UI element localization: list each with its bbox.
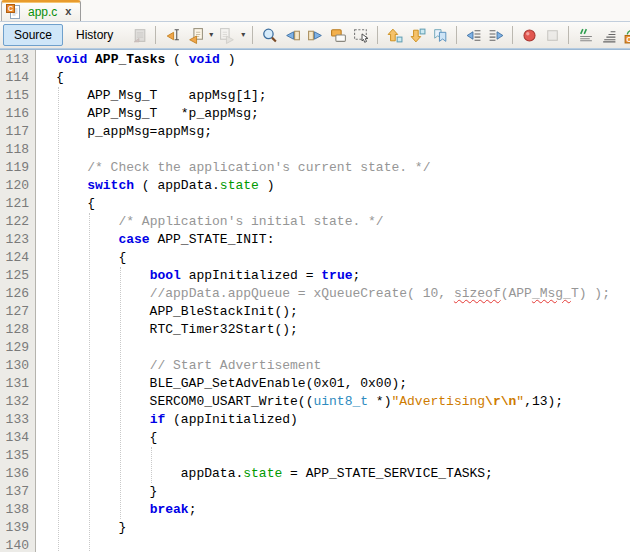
back-dropdown-caret[interactable]: ▾ — [207, 24, 215, 46]
code-line: APP_Msg_T appMsg[1]; — [36, 87, 630, 105]
line-number: 134 — [0, 429, 35, 447]
line-number: 125 — [0, 267, 35, 285]
shift-line-left-button[interactable] — [462, 24, 484, 46]
line-number: 138 — [0, 501, 35, 519]
line-number: 123 — [0, 231, 35, 249]
code-line: if (appInitialized) — [36, 411, 630, 429]
last-edit-location-icon — [131, 27, 148, 44]
line-number: 116 — [0, 105, 35, 123]
code-line — [36, 447, 630, 465]
code-line: { — [36, 429, 630, 447]
code-line: case APP_STATE_INIT: — [36, 231, 630, 249]
code-lines: void APP_Tasks ( void ){ APP_Msg_T appMs… — [36, 51, 630, 552]
toggle-header-source-button[interactable]: C h — [620, 24, 630, 46]
find-previous-icon — [284, 27, 301, 44]
line-number: 139 — [0, 519, 35, 537]
forward-icon — [219, 27, 236, 44]
record-macro-icon — [521, 27, 538, 44]
code-line: //appData.appQueue = xQueueCreate( 10, s… — [36, 285, 630, 303]
line-number: 120 — [0, 177, 35, 195]
code-line: } — [36, 519, 630, 537]
history-button-label: History — [76, 28, 113, 42]
line-number: 132 — [0, 393, 35, 411]
start-macro-recording-button[interactable] — [518, 24, 540, 46]
line-number: 135 — [0, 447, 35, 465]
code-area[interactable]: void APP_Tasks ( void ){ APP_Msg_T appMs… — [36, 50, 630, 552]
code-line: // Start Advertisement — [36, 357, 630, 375]
comment-button[interactable] — [574, 24, 596, 46]
find-next-occurrence-button[interactable] — [304, 24, 326, 46]
line-number: 128 — [0, 321, 35, 339]
line-number: 140 — [0, 537, 35, 552]
tab-bar: C app.c x — [0, 0, 630, 22]
uncomment-button[interactable] — [597, 24, 619, 46]
history-view-button[interactable]: History — [68, 25, 121, 45]
line-number: 136 — [0, 465, 35, 483]
back-to-last-edit-icon — [164, 27, 181, 44]
code-line: break; — [36, 501, 630, 519]
back-button[interactable] — [184, 24, 206, 46]
editor-toolbar: Source History ▾ — [0, 22, 630, 48]
code-line: p_appMsg=appMsg; — [36, 123, 630, 141]
shift-line-right-button[interactable] — [485, 24, 507, 46]
line-number: 122 — [0, 213, 35, 231]
toolbar-separator — [377, 26, 378, 44]
line-number: 127 — [0, 303, 35, 321]
line-number: 137 — [0, 483, 35, 501]
code-line: { — [36, 69, 630, 87]
find-selection-icon — [261, 27, 278, 44]
code-line: appData.state = APP_STATE_SERVICE_TASKS; — [36, 465, 630, 483]
code-line — [36, 141, 630, 159]
code-line — [36, 537, 630, 552]
tab-app-c[interactable]: C app.c x — [1, 0, 81, 21]
toolbar-separator — [456, 26, 457, 44]
svg-text:C: C — [8, 5, 13, 12]
source-view-button[interactable]: Source — [3, 24, 63, 46]
svg-text:C: C — [626, 35, 630, 42]
line-number: 113 — [0, 51, 35, 69]
line-number: 114 — [0, 69, 35, 87]
stop-macro-recording-button — [541, 24, 563, 46]
line-number: 133 — [0, 411, 35, 429]
code-line: void APP_Tasks ( void ) — [36, 51, 630, 69]
code-line: /* Check the application's current state… — [36, 159, 630, 177]
toggle-highlight-search-button[interactable] — [327, 24, 349, 46]
line-number: 115 — [0, 87, 35, 105]
line-number: 119 — [0, 159, 35, 177]
code-line — [36, 339, 630, 357]
code-line: bool appInitialized = true; — [36, 267, 630, 285]
find-previous-occurrence-button[interactable] — [281, 24, 303, 46]
line-number: 121 — [0, 195, 35, 213]
line-number: 130 — [0, 357, 35, 375]
source-editor: 1131141151161171181191201211221231241251… — [0, 50, 630, 552]
shift-left-icon — [465, 27, 482, 44]
forward-button — [216, 24, 238, 46]
line-number-gutter[interactable]: 1131141151161171181191201211221231241251… — [0, 50, 36, 552]
next-bookmark-button[interactable] — [406, 24, 428, 46]
code-line: } — [36, 483, 630, 501]
find-selection-button[interactable] — [258, 24, 280, 46]
uncomment-icon — [600, 27, 617, 44]
toggle-bookmark-button[interactable] — [429, 24, 451, 46]
stop-macro-icon — [544, 27, 561, 44]
previous-bookmark-button[interactable] — [383, 24, 405, 46]
code-line: switch ( appData.state ) — [36, 177, 630, 195]
c-source-file-icon: C — [6, 4, 22, 20]
code-line: APP_BleStackInit(); — [36, 303, 630, 321]
source-button-label: Source — [14, 28, 52, 42]
line-number: 117 — [0, 123, 35, 141]
code-line: BLE_GAP_SetAdvEnable(0x01, 0x00); — [36, 375, 630, 393]
back-to-last-edit-button[interactable] — [161, 24, 183, 46]
code-line: RTC_Timer32Start(); — [36, 321, 630, 339]
code-line: /* Application's initial state. */ — [36, 213, 630, 231]
toggle-bookmark-icon — [432, 27, 449, 44]
code-line: { — [36, 249, 630, 267]
toggle-rectangular-selection-button[interactable] — [350, 24, 372, 46]
back-icon — [187, 27, 204, 44]
toolbar-separator — [252, 26, 253, 44]
tab-title: app.c — [26, 5, 59, 19]
toolbar-separator — [568, 26, 569, 44]
tab-close-icon[interactable]: x — [63, 6, 73, 17]
comment-icon — [577, 27, 594, 44]
shift-right-icon — [488, 27, 505, 44]
